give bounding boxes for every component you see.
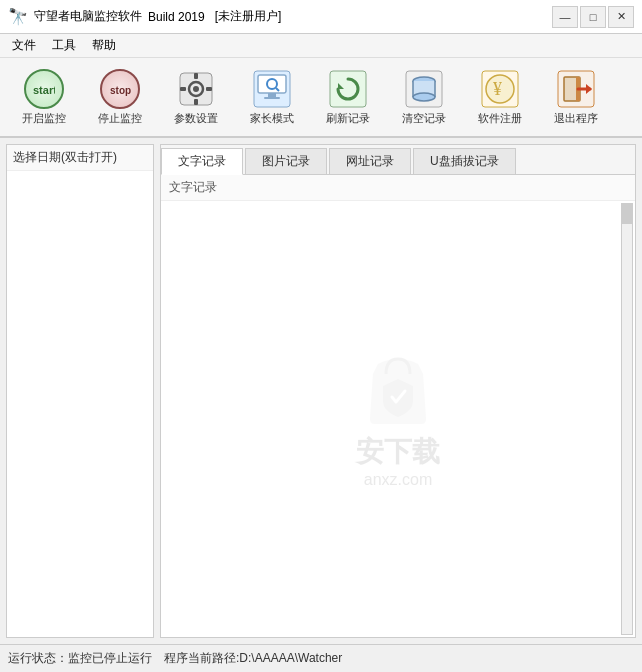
settings-icon: [176, 69, 216, 109]
tab-panel-text: 文字记录 安下载 anxz.com: [161, 175, 635, 637]
scrollbar-thumb: [622, 204, 632, 224]
left-panel-title: 选择日期(双击打开): [7, 145, 153, 171]
tab-text[interactable]: 文字记录: [161, 148, 243, 175]
app-icon: 🔭: [8, 7, 28, 26]
exit-button[interactable]: 退出程序: [540, 62, 612, 132]
watermark-text-en: anxz.com: [364, 471, 432, 489]
tab-usb[interactable]: U盘插拔记录: [413, 148, 516, 174]
register-icon: ¥: [480, 69, 520, 109]
parent-mode-label: 家长模式: [250, 111, 294, 126]
refresh-button[interactable]: 刷新记录: [312, 62, 384, 132]
clear-button[interactable]: 清空记录: [388, 62, 460, 132]
svg-rect-10: [258, 75, 286, 93]
title-bar: 🔭 守望者电脑监控软件 Build 2019 [未注册用户] — □ ✕: [0, 0, 642, 34]
svg-rect-7: [180, 87, 186, 91]
status-right: 程序当前路径:D:\AAAAA\Watcher: [156, 650, 634, 667]
main-content: 选择日期(双击打开) 文字记录 图片记录 网址记录 U盘插拔记录 文字记录: [0, 138, 642, 644]
svg-rect-12: [264, 97, 280, 99]
exit-icon: [556, 69, 596, 109]
menu-file[interactable]: 文件: [4, 35, 44, 56]
tab-bar: 文字记录 图片记录 网址记录 U盘插拔记录: [161, 145, 635, 175]
clear-icon: [404, 69, 444, 109]
status-left: 运行状态：监控已停止运行: [8, 650, 156, 667]
title-bar-left: 🔭 守望者电脑监控软件 Build 2019 [未注册用户]: [8, 7, 281, 26]
svg-text:start: start: [33, 84, 55, 96]
close-button[interactable]: ✕: [608, 6, 634, 28]
watermark-icon: [358, 349, 438, 429]
tab-image[interactable]: 图片记录: [245, 148, 327, 174]
refresh-label: 刷新记录: [326, 111, 370, 126]
svg-rect-5: [194, 73, 198, 79]
svg-rect-11: [268, 93, 276, 97]
stop-monitor-button[interactable]: stop 停止监控: [84, 62, 156, 132]
toolbar: start 开启监控 stop 停止监控: [0, 58, 642, 138]
menu-help[interactable]: 帮助: [84, 35, 124, 56]
start-monitor-icon: start: [24, 69, 64, 109]
build-label: Build 2019: [148, 10, 205, 24]
svg-rect-15: [330, 71, 366, 107]
menu-bar: 文件 工具 帮助: [0, 34, 642, 58]
tab-content: 文字记录 安下载 anxz.com: [161, 175, 635, 637]
maximize-button[interactable]: □: [580, 6, 606, 28]
svg-rect-6: [194, 99, 198, 105]
status-bar: 运行状态：监控已停止运行 程序当前路径:D:\AAAAA\Watcher: [0, 644, 642, 672]
register-label: 软件注册: [478, 111, 522, 126]
stop-monitor-label: 停止监控: [98, 111, 142, 126]
watermark: 安下载 anxz.com: [356, 349, 440, 489]
parent-mode-icon: [252, 69, 292, 109]
title-bar-controls: — □ ✕: [552, 6, 634, 28]
right-panel: 文字记录 图片记录 网址记录 U盘插拔记录 文字记录: [160, 144, 636, 638]
refresh-icon: [328, 69, 368, 109]
svg-text:¥: ¥: [493, 79, 502, 99]
tab-web[interactable]: 网址记录: [329, 148, 411, 174]
clear-label: 清空记录: [402, 111, 446, 126]
svg-point-20: [413, 93, 435, 101]
register-button[interactable]: ¥ 软件注册: [464, 62, 536, 132]
start-monitor-label: 开启监控: [22, 111, 66, 126]
app-title: 守望者电脑监控软件: [34, 8, 142, 25]
tab-panel-text-body: 安下载 anxz.com: [161, 201, 635, 637]
svg-text:stop: stop: [110, 85, 131, 96]
settings-label: 参数设置: [174, 111, 218, 126]
parent-mode-button[interactable]: 家长模式: [236, 62, 308, 132]
svg-rect-8: [206, 87, 212, 91]
menu-tools[interactable]: 工具: [44, 35, 84, 56]
scrollbar[interactable]: [621, 203, 633, 635]
minimize-button[interactable]: —: [552, 6, 578, 28]
user-label: [未注册用户]: [215, 8, 282, 25]
start-monitor-button[interactable]: start 开启监控: [8, 62, 80, 132]
left-panel: 选择日期(双击打开): [6, 144, 154, 638]
watermark-text-cn: 安下载: [356, 433, 440, 471]
stop-monitor-icon: stop: [100, 69, 140, 109]
tab-panel-text-header: 文字记录: [161, 175, 635, 201]
svg-point-4: [193, 86, 199, 92]
settings-button[interactable]: 参数设置: [160, 62, 232, 132]
exit-label: 退出程序: [554, 111, 598, 126]
